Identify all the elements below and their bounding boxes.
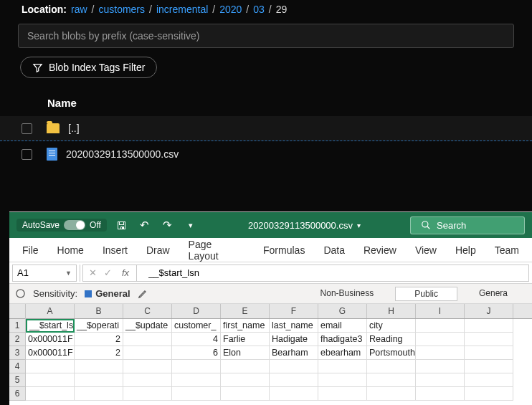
cell[interactable] (75, 360, 123, 373)
cell[interactable] (75, 373, 123, 387)
cell[interactable]: Farlie (221, 333, 270, 346)
checkbox[interactable] (22, 149, 32, 160)
cell[interactable]: ebearham (318, 346, 367, 360)
fx-icon[interactable]: fx (122, 267, 129, 278)
cell[interactable]: __$operati (75, 319, 123, 333)
cell[interactable] (416, 319, 465, 333)
cell[interactable] (221, 387, 270, 401)
tab-team[interactable]: Team (495, 244, 519, 256)
list-row[interactable]: 20200329113500000.csv (0, 141, 532, 167)
undo-icon[interactable]: ↶ (137, 217, 153, 233)
list-row[interactable]: [..] (0, 116, 532, 141)
cell[interactable] (465, 387, 513, 401)
cell[interactable] (123, 387, 172, 401)
tab-review[interactable]: Review (364, 244, 396, 256)
filter-button[interactable]: Blob Index Tags Filter (20, 57, 157, 78)
sens-nonbusiness[interactable]: Non-Business (302, 287, 393, 301)
cell[interactable] (26, 373, 75, 387)
cell[interactable] (367, 373, 416, 387)
confirm-icon[interactable]: ✓ (104, 267, 112, 278)
cell[interactable] (172, 387, 221, 401)
sens-public[interactable]: Public (395, 287, 457, 301)
cell[interactable]: customer_ (172, 319, 221, 333)
tab-insert[interactable]: Insert (103, 244, 128, 256)
cell[interactable]: last_name (270, 319, 318, 333)
cell[interactable] (123, 346, 172, 360)
col-header[interactable]: I (416, 304, 465, 318)
cell[interactable] (123, 333, 172, 346)
qat-overflow-icon[interactable]: ▾ (183, 217, 199, 233)
cell[interactable] (75, 387, 123, 401)
title-caret-icon[interactable]: ▾ (357, 221, 361, 229)
cell[interactable] (270, 360, 318, 373)
formula-bar[interactable]: ✕ ✓ fx __$start_lsn (82, 265, 529, 282)
autosave-toggle[interactable]: AutoSave Off (16, 219, 107, 232)
tab-help[interactable]: Help (455, 244, 476, 256)
search-input[interactable]: Search blobs by prefix (case-sensitive) (18, 24, 514, 48)
crumb-customers[interactable]: customers (98, 4, 145, 15)
col-header[interactable]: H (367, 304, 416, 318)
tab-formulas[interactable]: Formulas (263, 244, 305, 256)
row-header[interactable]: 2 (9, 333, 25, 346)
crumb-incremental[interactable]: incremental (156, 4, 208, 15)
col-header[interactable]: D (172, 304, 221, 318)
cell[interactable] (465, 333, 513, 346)
cell[interactable] (172, 373, 221, 387)
cell[interactable] (318, 360, 367, 373)
cell[interactable]: email (318, 319, 367, 333)
crumb-03[interactable]: 03 (253, 4, 265, 15)
cell[interactable]: Reading (367, 333, 416, 346)
cell[interactable]: first_name (221, 319, 270, 333)
cell[interactable] (416, 333, 465, 346)
cell[interactable]: Hadigate (270, 333, 318, 346)
col-header[interactable]: C (123, 304, 172, 318)
cell[interactable] (270, 373, 318, 387)
cell[interactable] (367, 387, 416, 401)
cell[interactable] (416, 346, 465, 360)
tab-home[interactable]: Home (57, 244, 84, 256)
sens-general[interactable]: Genera (460, 287, 526, 301)
cell[interactable] (416, 387, 465, 401)
cell[interactable] (416, 360, 465, 373)
col-name[interactable]: Name (0, 87, 532, 116)
select-all-corner[interactable] (9, 304, 25, 319)
excel-search[interactable]: Search (410, 216, 525, 234)
edit-icon[interactable] (138, 289, 148, 299)
tab-data[interactable]: Data (323, 244, 345, 256)
cell[interactable] (123, 373, 172, 387)
cancel-icon[interactable]: ✕ (89, 267, 97, 278)
cell[interactable] (318, 387, 367, 401)
tab-page-layout[interactable]: Page Layout (189, 239, 244, 262)
col-header[interactable]: A (26, 304, 75, 318)
row-header[interactable]: 6 (9, 387, 25, 401)
row-header[interactable]: 1 (9, 319, 25, 333)
cell[interactable] (367, 360, 416, 373)
cell[interactable] (26, 360, 75, 373)
cell[interactable]: 2 (75, 333, 123, 346)
cell[interactable]: __$start_ls (26, 319, 75, 333)
crumb-2020[interactable]: 2020 (219, 4, 242, 15)
cell[interactable] (465, 346, 513, 360)
cell[interactable]: __$update (123, 319, 172, 333)
crumb-raw[interactable]: raw (71, 4, 87, 15)
spreadsheet-grid[interactable]: 1 2 3 4 5 6 A B C D E F G H I J __$start… (9, 304, 532, 401)
cell[interactable]: 6 (172, 346, 221, 360)
cell[interactable]: Elon (221, 346, 270, 360)
cell[interactable]: Bearham (270, 346, 318, 360)
tab-view[interactable]: View (415, 244, 437, 256)
cell[interactable]: Portsmouth (367, 346, 416, 360)
cell[interactable] (123, 360, 172, 373)
tab-file[interactable]: File (22, 244, 39, 256)
col-header[interactable]: B (75, 304, 123, 318)
cell[interactable] (465, 373, 513, 387)
cell[interactable] (172, 360, 221, 373)
row-header[interactable]: 5 (9, 373, 25, 387)
name-box[interactable]: A1 ▼ (12, 265, 77, 282)
cell[interactable] (221, 373, 270, 387)
tab-draw[interactable]: Draw (146, 244, 170, 256)
col-header[interactable]: E (221, 304, 270, 318)
checkbox[interactable] (22, 123, 32, 134)
cell[interactable]: 4 (172, 333, 221, 346)
col-header[interactable]: J (465, 304, 513, 318)
cell[interactable] (465, 319, 513, 333)
